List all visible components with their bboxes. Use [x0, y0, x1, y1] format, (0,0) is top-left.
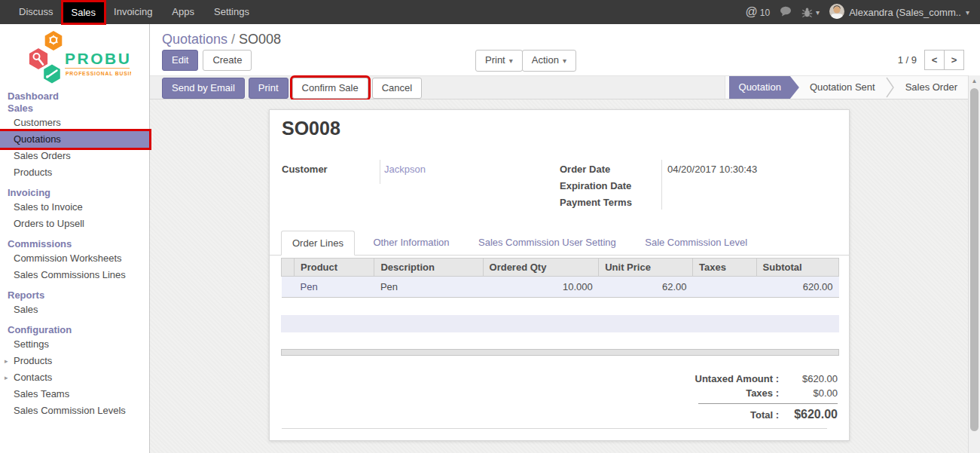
expand-arrow-icon[interactable]: ▸: [5, 369, 8, 386]
vertical-scrollbar[interactable]: ▲: [968, 75, 980, 453]
sidebar-header-reports: Reports: [0, 289, 149, 301]
form-sheet: SO008 Customer Jackpson Order Date Expir…: [269, 109, 850, 441]
confirm-sale-button[interactable]: Confirm Sale: [292, 78, 368, 99]
edit-button[interactable]: Edit: [162, 50, 198, 71]
avatar: [829, 4, 844, 21]
sidebar-item-orders-to-upsell[interactable]: Orders to Upsell: [0, 216, 149, 232]
bug-icon: [801, 7, 813, 18]
user-name: Alexandra (Sales_comm..: [849, 7, 961, 18]
nav-item-discuss[interactable]: Discuss: [9, 0, 63, 24]
sidebar-header-configuration: Configuration: [0, 324, 149, 336]
totals-separator: [698, 403, 838, 404]
col-unit-price[interactable]: Unit Price: [599, 259, 693, 277]
customer-value-link[interactable]: Jackpson: [384, 164, 426, 175]
breadcrumb: Quotations/SO008: [162, 32, 281, 47]
taxes-row: Taxes : $0.00: [687, 386, 838, 400]
pager-next-button[interactable]: >: [944, 50, 964, 70]
status-step-sales-order[interactable]: Sales Order: [895, 76, 968, 99]
sidebar-item-sales-teams[interactable]: Sales Teams: [0, 386, 149, 402]
sidebar-item-sales-to-invoice[interactable]: Sales to Invoice: [0, 199, 149, 216]
sidebar-item-sales-orders[interactable]: Sales Orders: [0, 148, 149, 164]
main-content: SO008 Customer Jackpson Order Date Expir…: [150, 99, 968, 453]
expand-arrow-icon[interactable]: ▸: [5, 353, 8, 369]
breadcrumb-current: SO008: [239, 32, 281, 47]
tab-sales-commission-user-setting[interactable]: Sales Commission User Setting: [468, 231, 627, 256]
user-menu[interactable]: Alexandra (Sales_comm.. ▾: [829, 4, 969, 21]
record-buttons: Edit Create: [162, 50, 252, 71]
cell-product[interactable]: Pen: [295, 277, 374, 298]
cell-ordered-qty: 10.000: [483, 277, 599, 298]
taxes-value: $0.00: [791, 387, 838, 399]
scrollbar-thumb[interactable]: [970, 88, 978, 431]
nav-item-sales[interactable]: Sales: [63, 2, 105, 23]
pager-previous-button[interactable]: <: [924, 50, 945, 70]
cancel-button[interactable]: Cancel: [372, 78, 422, 99]
sidebar-item-config-contacts[interactable]: ▸Contacts: [0, 369, 149, 386]
notebook-tabs: Order Lines Other Information Sales Comm…: [270, 231, 849, 256]
sidebar-item-sales-commissions-lines[interactable]: Sales Commissions Lines: [0, 267, 149, 283]
create-button[interactable]: Create: [203, 50, 252, 71]
order-lines-table: Product Description Ordered Qty Unit Pri…: [281, 258, 839, 298]
control-panel: Quotations/SO008 Edit Create Print▾ Acti…: [150, 24, 980, 75]
nav-item-settings[interactable]: Settings: [204, 0, 259, 24]
gutter-header: [282, 259, 295, 277]
col-ordered-qty[interactable]: Ordered Qty: [483, 259, 599, 277]
print-dropdown[interactable]: Print▾: [475, 50, 523, 72]
tab-sale-commission-level[interactable]: Sale Commission Level: [634, 231, 758, 256]
print-button[interactable]: Print: [249, 78, 289, 99]
col-taxes[interactable]: Taxes: [693, 259, 757, 277]
chat-bubble-icon[interactable]: [780, 6, 792, 19]
cell-taxes: [693, 277, 757, 298]
empty-line-stripe: [281, 315, 839, 332]
field-separator: [380, 160, 380, 184]
sidebar-item-sales-commission-levels[interactable]: Sales Commission Levels: [0, 402, 149, 419]
sidebar-item-customers[interactable]: Customers: [0, 115, 149, 131]
order-date-label: Order Date: [560, 164, 610, 175]
status-pipeline: Quotation Quotation Sent Sales Order: [725, 76, 968, 99]
sidebar-item-config-products[interactable]: ▸Products: [0, 353, 149, 369]
taxes-label: Taxes :: [746, 387, 779, 399]
sidebar-item-reports-sales[interactable]: Sales: [0, 301, 149, 318]
sidebar-item-commission-worksheets[interactable]: Commission Worksheets: [0, 250, 149, 267]
sidebar-menu: Dashboard Sales Customers Quotations Sal…: [0, 84, 149, 419]
col-description[interactable]: Description: [374, 259, 483, 277]
debug-menu[interactable]: ▾: [801, 7, 820, 18]
statusbar-strip: Send by Email Print Confirm Sale Cancel …: [150, 75, 968, 99]
cell-description: Pen: [374, 277, 483, 298]
total-value: $620.00: [791, 408, 838, 421]
field-separator: [661, 160, 662, 210]
action-dropdowns: Print▾ Action▾: [475, 50, 576, 72]
sidebar-root-sales[interactable]: Sales: [0, 103, 149, 115]
chevron-separator-icon: [886, 76, 895, 99]
status-step-quotation-sent[interactable]: Quotation Sent: [799, 76, 886, 99]
table-header-row: Product Description Ordered Qty Unit Pri…: [282, 259, 839, 277]
svg-text:PROFESSIONAL BUSINESS: PROFESSIONAL BUSINESS: [66, 71, 131, 76]
pager-counter: 1 / 9: [898, 54, 917, 66]
sidebar-item-settings[interactable]: Settings: [0, 336, 149, 353]
tab-other-information[interactable]: Other Information: [362, 231, 459, 256]
sidebar-item-quotations[interactable]: Quotations: [0, 131, 149, 148]
send-by-email-button[interactable]: Send by Email: [162, 78, 245, 99]
mention-counter[interactable]: @ 10: [745, 5, 770, 19]
col-subtotal[interactable]: Subtotal: [756, 259, 838, 277]
breadcrumb-quotations-link[interactable]: Quotations: [162, 32, 227, 47]
sidebar-item-products[interactable]: Products: [0, 164, 149, 181]
top-navbar: Discuss Sales Invoicing Apps Settings @ …: [0, 0, 980, 24]
sidebar-header-invoicing: Invoicing: [0, 187, 149, 199]
col-product[interactable]: Product: [295, 259, 374, 277]
action-dropdown[interactable]: Action▾: [522, 50, 576, 72]
untaxed-amount-label: Untaxed Amount :: [695, 373, 779, 384]
nav-item-invoicing[interactable]: Invoicing: [104, 0, 162, 24]
chevron-down-icon: ▾: [559, 57, 566, 65]
nav-item-apps[interactable]: Apps: [162, 0, 204, 24]
status-step-quotation[interactable]: Quotation: [729, 76, 799, 99]
payment-terms-label: Payment Terms: [560, 197, 632, 208]
scroll-up-arrow-icon[interactable]: ▲: [969, 75, 980, 87]
cell-unit-price: 62.00: [599, 277, 693, 298]
horizontal-scrollbar[interactable]: [281, 349, 839, 356]
expiration-date-label: Expiration Date: [560, 180, 631, 191]
table-row[interactable]: Pen Pen 10.000 62.00 620.00: [282, 277, 839, 298]
sidebar-root-dashboard[interactable]: Dashboard: [0, 90, 149, 103]
order-title: SO008: [282, 118, 340, 139]
tab-order-lines[interactable]: Order Lines: [281, 231, 355, 256]
